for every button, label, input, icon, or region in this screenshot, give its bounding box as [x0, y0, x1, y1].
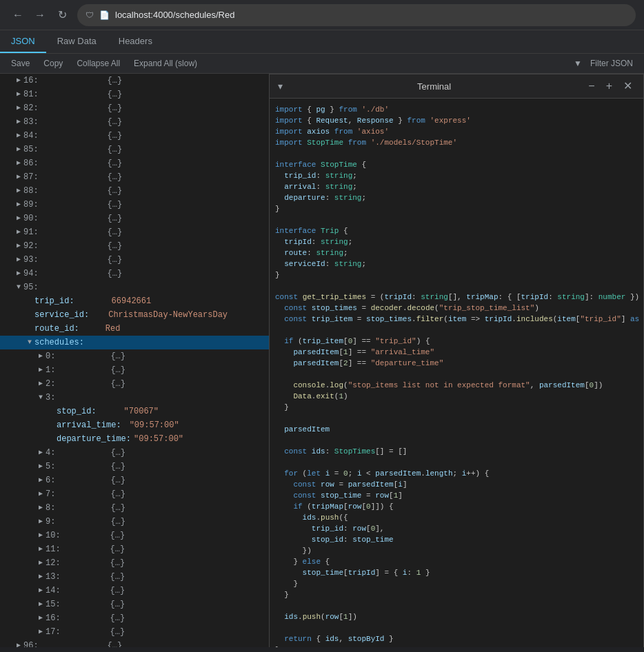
forward-button[interactable]: → [30, 6, 50, 25]
entry-16[interactable]: ▶ 16: {…} [0, 74, 269, 88]
entry-84[interactable]: ▶ 84: {…} [0, 129, 269, 143]
schedule-5[interactable]: ▶ 5: {…} [0, 460, 269, 473]
expand-arrow-s4[interactable]: ▶ [36, 448, 46, 458]
schedule-8[interactable]: ▶ 8: {…} [0, 501, 269, 515]
trip-id-row[interactable]: trip_id: 66942661 [0, 294, 269, 308]
expand-arrow-s13[interactable]: ▶ [36, 572, 46, 582]
tab-headers[interactable]: Headers [108, 30, 163, 53]
schedule-1[interactable]: ▶ 1: {…} [0, 363, 269, 377]
expand-arrow-93[interactable]: ▶ [14, 255, 23, 265]
expand-arrow-90[interactable]: ▶ [14, 214, 23, 223]
tab-json[interactable]: JSON [0, 30, 46, 53]
expand-arrow-s2[interactable]: ▶ [36, 379, 46, 389]
json-panel[interactable]: ▶ 16: {…} ▶ 81: {…} ▶ 82: {…} ▶ 83: {…} … [0, 74, 269, 647]
schedule-15[interactable]: ▶ 15: {…} [0, 598, 269, 611]
entry-90[interactable]: ▶ 90: {…} [0, 212, 269, 225]
expand-arrow-96[interactable]: ▶ [14, 641, 23, 647]
terminal-title: Terminal [417, 81, 451, 92]
route-id-row[interactable]: route_id: Red [0, 322, 269, 336]
entry-85[interactable]: ▶ 85: {…} [0, 143, 269, 156]
entry-96[interactable]: ▶ 96: {…} [0, 639, 269, 647]
expand-arrow-95[interactable]: ▼ [14, 283, 23, 292]
schedule-0[interactable]: ▶ 0: {…} [0, 349, 269, 363]
schedule-14[interactable]: ▶ 14: {…} [0, 584, 269, 598]
entry-86[interactable]: ▶ 86: {…} [0, 156, 269, 170]
expand-arrow-s12[interactable]: ▶ [36, 558, 46, 568]
terminal-close-button[interactable]: ✕ [621, 81, 635, 92]
expand-arrow-s5[interactable]: ▶ [36, 462, 46, 471]
expand-arrow-s7[interactable]: ▶ [36, 489, 46, 499]
expand-arrow-s17[interactable]: ▶ [36, 627, 46, 637]
expand-arrow-92[interactable]: ▶ [14, 241, 23, 251]
schedule-3-header[interactable]: ▼ 3: [0, 391, 269, 405]
service-id-row[interactable]: service_id: ChristmasDay-NewYearsDay [0, 308, 269, 322]
terminal-header: ▾ Terminal − + ✕ [270, 74, 643, 99]
terminal-maximize-button[interactable]: + [603, 81, 615, 92]
expand-arrow-94[interactable]: ▶ [14, 269, 23, 278]
entry-94[interactable]: ▶ 94: {…} [0, 267, 269, 281]
expand-arrow-schedules[interactable]: ▼ [25, 338, 34, 347]
terminal-minimize-button[interactable]: − [585, 81, 597, 92]
stop-id-row[interactable]: stop_id: "70067" [0, 405, 269, 418]
schedule-10[interactable]: ▶ 10: {…} [0, 529, 269, 542]
terminal-dropdown-icon[interactable]: ▾ [278, 81, 283, 92]
schedule-11[interactable]: ▶ 11: {…} [0, 542, 269, 556]
save-button[interactable]: Save [6, 57, 35, 70]
entry-91[interactable]: ▶ 91: {…} [0, 225, 269, 239]
schedule-9[interactable]: ▶ 9: {…} [0, 515, 269, 529]
expand-arrow-91[interactable]: ▶ [14, 227, 23, 237]
nav-buttons: ← → ↻ [8, 6, 72, 25]
expand-arrow-88[interactable]: ▶ [14, 186, 23, 196]
departure-time-row[interactable]: departure_time: "09:57:00" [0, 432, 269, 446]
entry-82[interactable]: ▶ 82: {…} [0, 101, 269, 115]
entry-92[interactable]: ▶ 92: {…} [0, 239, 269, 253]
expand-arrow-87[interactable]: ▶ [14, 172, 23, 182]
schedule-4[interactable]: ▶ 4: {…} [0, 446, 269, 460]
expand-arrow-s11[interactable]: ▶ [36, 544, 46, 554]
entry-89[interactable]: ▶ 89: {…} [0, 198, 269, 212]
entry-87[interactable]: ▶ 87: {…} [0, 170, 269, 184]
terminal-body: import { pg } from './db' import { Reque… [270, 99, 643, 647]
expand-arrow-s8[interactable]: ▶ [36, 503, 46, 513]
expand-arrow-86[interactable]: ▶ [14, 159, 23, 168]
schedule-13[interactable]: ▶ 13: {…} [0, 570, 269, 584]
schedule-17[interactable]: ▶ 17: {…} [0, 625, 269, 639]
expand-arrow-s15[interactable]: ▶ [36, 600, 46, 609]
entry-81[interactable]: ▶ 81: {…} [0, 88, 269, 101]
schedule-12[interactable]: ▶ 12: {…} [0, 556, 269, 570]
expand-arrow-85[interactable]: ▶ [14, 145, 23, 154]
schedules-header[interactable]: ▼ schedules: [0, 336, 269, 349]
arrival-time-row[interactable]: arrival_time: "09:57:00" [0, 418, 269, 432]
expand-arrow-83[interactable]: ▶ [14, 117, 23, 127]
expand-arrow-s1[interactable]: ▶ [36, 365, 46, 375]
expand-arrow-82[interactable]: ▶ [14, 103, 23, 113]
schedule-7[interactable]: ▶ 7: {…} [0, 487, 269, 501]
entry-83[interactable]: ▶ 83: {…} [0, 115, 269, 129]
expand-arrow-s10[interactable]: ▶ [36, 531, 46, 540]
entry-93[interactable]: ▶ 93: {…} [0, 253, 269, 267]
expand-arrow-s3[interactable]: ▼ [36, 393, 46, 403]
expand-arrow-89[interactable]: ▶ [14, 200, 23, 210]
expand-arrow-81[interactable]: ▶ [14, 90, 23, 99]
entry-88[interactable]: ▶ 88: {…} [0, 184, 269, 198]
copy-button[interactable]: Copy [38, 57, 68, 70]
expand-arrow-s16[interactable]: ▶ [36, 613, 46, 623]
filter-json-button[interactable]: Filter JSON [585, 57, 638, 70]
schedule-16[interactable]: ▶ 16: {…} [0, 611, 269, 625]
expand-arrow-s9[interactable]: ▶ [36, 517, 46, 527]
expand-arrow-s6[interactable]: ▶ [36, 476, 46, 485]
address-bar[interactable]: 🛡 📄 localhost:4000/schedules/Red [77, 4, 636, 26]
terminal-code: import { pg } from './db' import { Reque… [270, 101, 643, 647]
back-button[interactable]: ← [8, 6, 28, 25]
expand-arrow-84[interactable]: ▶ [14, 131, 23, 141]
tab-raw-data[interactable]: Raw Data [46, 30, 108, 53]
expand-arrow-s0[interactable]: ▶ [36, 352, 46, 361]
expand-all-button[interactable]: Expand All (slow) [128, 57, 203, 70]
entry-95-header[interactable]: ▼ 95: [0, 281, 269, 294]
reload-button[interactable]: ↻ [52, 6, 72, 25]
schedule-2[interactable]: ▶ 2: {…} [0, 377, 269, 391]
schedule-6[interactable]: ▶ 6: {…} [0, 473, 269, 487]
collapse-all-button[interactable]: Collapse All [71, 57, 125, 70]
expand-arrow-16[interactable]: ▶ [14, 76, 23, 85]
expand-arrow-s14[interactable]: ▶ [36, 586, 46, 595]
